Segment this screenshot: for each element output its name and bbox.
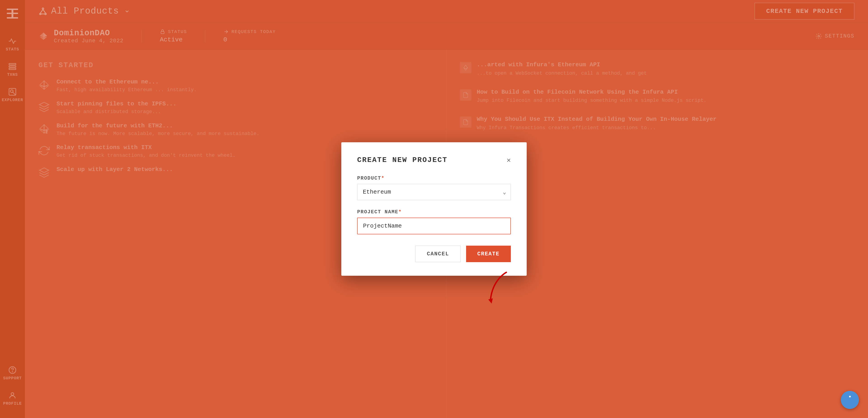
svg-marker-36: [488, 298, 493, 303]
arrow-annotation: [486, 270, 513, 307]
modal-overlay[interactable]: CREATE NEW PROJECT × PRODUCT* Ethereum I…: [0, 0, 868, 418]
create-project-modal: CREATE NEW PROJECT × PRODUCT* Ethereum I…: [341, 142, 527, 276]
create-button[interactable]: CREATE: [466, 246, 511, 262]
modal-title: CREATE NEW PROJECT: [357, 156, 447, 164]
modal-actions: CANCEL CREATE: [357, 246, 511, 262]
product-label: PRODUCT*: [357, 176, 511, 181]
cancel-button[interactable]: CANCEL: [415, 246, 460, 262]
product-select[interactable]: Ethereum IPFS ETH2 Polygon Arbitrum: [358, 184, 510, 200]
svg-point-37: [849, 396, 850, 397]
modal-header: CREATE NEW PROJECT ×: [357, 156, 511, 164]
accessibility-button[interactable]: [841, 391, 859, 409]
modal-close-button[interactable]: ×: [506, 156, 511, 164]
project-name-label: PROJECT NAME*: [357, 209, 511, 215]
arrow-svg: [486, 270, 513, 306]
product-form-group: PRODUCT* Ethereum IPFS ETH2 Polygon Arbi…: [357, 176, 511, 200]
project-name-input[interactable]: [357, 217, 511, 234]
accessibility-icon: [845, 395, 855, 405]
product-select-wrapper: Ethereum IPFS ETH2 Polygon Arbitrum ⌄: [357, 184, 511, 200]
project-name-form-group: PROJECT NAME*: [357, 209, 511, 234]
